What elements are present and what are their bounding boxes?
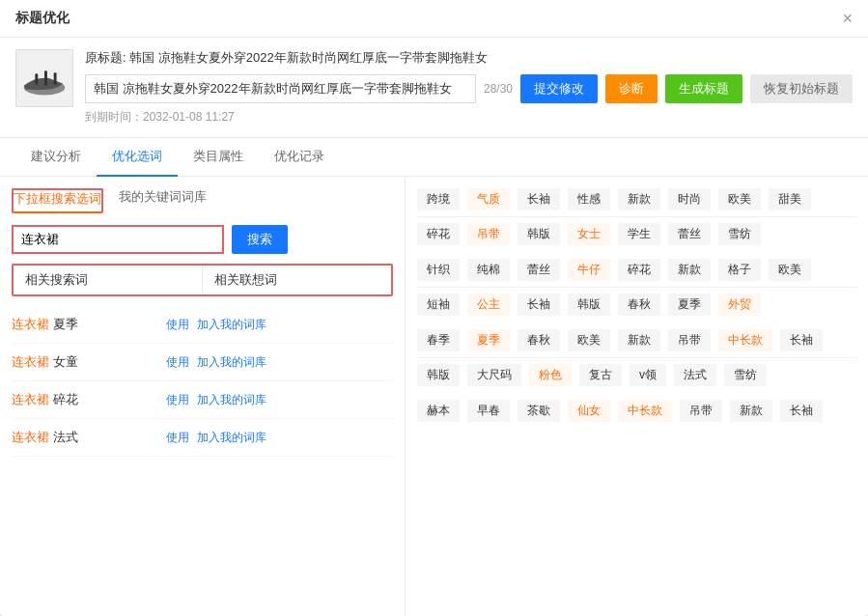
sub-tab-library[interactable]: 我的关键词词库 [119,188,207,213]
tab-category[interactable]: 类目属性 [178,138,259,177]
tag[interactable]: 格子 [718,259,761,281]
keyword-row-4: 连衣裙 法式 使用 加入我的词库 [12,419,393,457]
keyword-list: 连衣裙 夏季 使用 加入我的词库 连衣裙 女童 使用 [12,306,393,604]
restore-button[interactable]: 恢复初始标题 [750,74,853,103]
keyword-row-2: 连衣裙 女童 使用 加入我的词库 [12,344,393,381]
tag[interactable]: 蕾丝 [518,259,560,281]
tab-suggest[interactable]: 建议分析 [15,138,97,177]
tag[interactable]: 长袖 [780,329,823,351]
use-link-4[interactable]: 使用 [166,430,189,446]
tag[interactable]: 新款 [668,259,711,281]
tag[interactable]: 韩版 [518,223,560,245]
tag[interactable]: 吊带 [680,400,722,422]
close-button[interactable]: × [842,10,853,27]
sub-tab-search[interactable]: 下拉框搜索选词 [12,188,103,213]
tag[interactable]: 粉色 [529,364,572,386]
keyword-actions-3: 使用 加入我的词库 [166,392,266,408]
product-info: 原标题: 韩国 凉拖鞋女夏外穿2022年新款时尚网红厚底一字带套脚拖鞋女 28/… [85,49,853,126]
tag[interactable]: 欧美 [769,259,811,281]
tag[interactable]: 碎花 [618,259,660,281]
add-link-1[interactable]: 加入我的词库 [197,317,266,333]
tag[interactable]: 雪纺 [724,364,767,386]
generate-button[interactable]: 生成标题 [665,74,742,103]
tag[interactable]: 欧美 [568,329,610,351]
tab-optimize[interactable]: 优化选词 [97,138,178,177]
col-header-suggest: 相关联想词 [203,266,391,294]
tag[interactable]: 法式 [674,364,716,386]
tag[interactable]: 新款 [618,188,660,210]
search-button[interactable]: 搜索 [232,225,288,254]
tag[interactable]: 夏季 [668,294,711,316]
tag[interactable]: v领 [630,364,666,386]
tag[interactable]: 春秋 [618,294,660,316]
tag[interactable]: 欧美 [718,188,761,210]
tag[interactable]: 仙女 [568,400,610,422]
tags-section-3: 春季 夏季 春秋 欧美 新款 吊带 中长款 长袖 韩版 大尺码 粉色 复古 v领… [417,329,856,386]
tag[interactable]: 吊带 [668,329,711,351]
tag[interactable]: 长袖 [518,294,560,316]
tags-section-1: 跨境 气质 长袖 性感 新款 时尚 欧美 甜美 碎花 吊带 韩版 女士 学生 蕾… [417,188,856,245]
tag[interactable]: 中长款 [618,400,672,422]
add-link-3[interactable]: 加入我的词库 [197,392,266,408]
tag[interactable]: 早春 [467,400,510,422]
tag[interactable]: 新款 [618,329,660,351]
tag[interactable]: 外贸 [718,294,761,316]
use-link-1[interactable]: 使用 [166,317,189,333]
tag[interactable]: 大尺码 [467,364,521,386]
add-link-2[interactable]: 加入我的词库 [197,354,266,371]
tag[interactable]: 学生 [618,223,660,245]
add-link-4[interactable]: 加入我的词库 [197,430,266,446]
product-image [15,49,73,107]
left-panel: 下拉框搜索选词 我的关键词词库 搜索 相关搜索词 相关联想词 连衣裙 夏季 [0,177,406,616]
content-area: 下拉框搜索选词 我的关键词词库 搜索 相关搜索词 相关联想词 连衣裙 夏季 [0,177,868,616]
tag[interactable]: 针织 [417,259,460,281]
tag[interactable]: 韩版 [568,294,610,316]
tag[interactable]: 长袖 [780,400,823,422]
tags-row-1b: 碎花 吊带 韩版 女士 学生 蕾丝 雪纺 [417,223,856,245]
tag[interactable]: 短袖 [417,294,460,316]
tag[interactable]: 韩版 [417,364,460,386]
submit-button[interactable]: 提交修改 [520,74,598,103]
tag[interactable]: 中长款 [718,329,772,351]
tag[interactable]: 新款 [730,400,772,422]
keyword-main-2: 连衣裙 女童 [12,353,166,371]
tag[interactable]: 气质 [467,188,510,210]
sub-tabs: 下拉框搜索选词 我的关键词词库 [12,188,393,213]
tags-row-3b: 韩版 大尺码 粉色 复古 v领 法式 雪纺 [417,364,856,386]
tag[interactable]: 女士 [568,223,610,245]
tag[interactable]: 夏季 [467,329,510,351]
tag[interactable]: 甜美 [769,188,811,210]
tag[interactable]: 时尚 [668,188,711,210]
tag[interactable]: 赫本 [417,400,460,422]
tag[interactable]: 复古 [579,364,622,386]
keyword-row-1: 连衣裙 夏季 使用 加入我的词库 [12,306,393,344]
use-link-2[interactable]: 使用 [166,354,189,371]
title-input[interactable] [85,74,476,103]
svg-rect-2 [35,73,38,85]
tag[interactable]: 公主 [467,294,510,316]
tag[interactable]: 茶歇 [518,400,560,422]
tag[interactable]: 蕾丝 [668,223,711,245]
tag[interactable]: 性感 [568,188,610,210]
tag[interactable]: 吊带 [467,223,510,245]
tag[interactable]: 雪纺 [718,223,761,245]
tag[interactable]: 跨境 [417,188,460,210]
dialog-title: 标题优化 [15,10,70,27]
tag[interactable]: 牛仔 [568,259,610,281]
tag[interactable]: 纯棉 [467,259,510,281]
tag[interactable]: 碎花 [417,223,460,245]
tags-section-4: 赫本 早春 茶歇 仙女 中长款 吊带 新款 长袖 [417,400,856,422]
search-input[interactable] [12,225,224,254]
tags-row-2b: 短袖 公主 长袖 韩版 春秋 夏季 外贸 [417,294,856,316]
use-link-3[interactable]: 使用 [166,392,189,408]
char-count: 28/30 [484,82,513,96]
diagnose-button[interactable]: 诊断 [605,74,658,103]
tag[interactable]: 春季 [417,329,460,351]
keyword-actions-4: 使用 加入我的词库 [166,430,266,446]
tag[interactable]: 长袖 [518,188,560,210]
tab-history[interactable]: 优化记录 [259,138,340,177]
tags-row-1a: 跨境 气质 长袖 性感 新款 时尚 欧美 甜美 [417,188,856,210]
tag[interactable]: 春秋 [518,329,560,351]
dialog-header: 标题优化 × [0,0,868,38]
expire-time: 到期时间：2032-01-08 11:27 [85,109,853,126]
